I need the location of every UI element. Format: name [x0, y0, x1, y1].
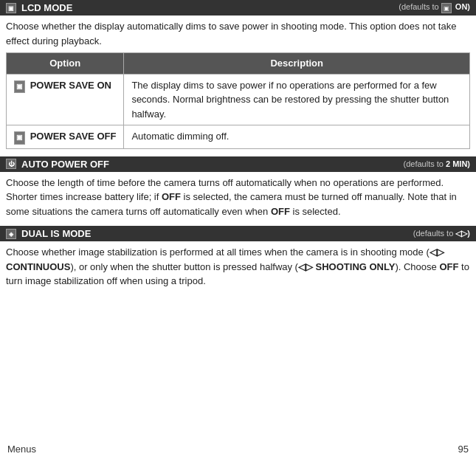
- auto-power-off-header: ⏻ AUTO POWER OFF (defaults to 2 MIN): [0, 156, 476, 172]
- lcd-mode-default-value: ON): [455, 2, 470, 11]
- option-power-save-off: ▣ POWER SAVE OFF: [7, 125, 124, 149]
- lcd-mode-intro: Choose whether the display automatically…: [6, 19, 470, 48]
- power-save-on-desc: The display dims to save power if no ope…: [124, 74, 470, 125]
- lcd-mode-icon: ▣: [6, 3, 16, 13]
- power-save-on-label: POWER SAVE ON: [30, 80, 111, 91]
- auto-power-off-title: ⏻ AUTO POWER OFF: [6, 159, 109, 170]
- dual-is-mode-section: ◈ DUAL IS MODE (defaults to ◁▷) Choose w…: [0, 226, 476, 294]
- dual-is-icon: ◈: [6, 229, 16, 239]
- shooting-only-icon-label: ◁▷ SHOOTING ONLY: [298, 261, 395, 272]
- dual-is-mode-header: ◈ DUAL IS MODE (defaults to ◁▷): [0, 226, 476, 241]
- table-header-option: Option: [7, 53, 124, 75]
- power-save-off-icon: ▣: [14, 131, 25, 145]
- lcd-on-icon: ▣: [441, 3, 452, 13]
- auto-power-off-defaults: (defaults to 2 MIN): [404, 159, 470, 168]
- lcd-mode-header: ▣ LCD MODE (defaults to ▣ ON): [0, 0, 476, 15]
- off-bold-2: OFF: [271, 206, 290, 217]
- auto-power-off-default-value: 2 MIN): [446, 159, 470, 168]
- auto-power-off-title-text: AUTO POWER OFF: [21, 159, 109, 170]
- lcd-mode-defaults: (defaults to ▣ ON): [399, 2, 470, 13]
- dual-is-mode-title: ◈ DUAL IS MODE: [6, 228, 91, 239]
- dual-is-default-value: ◁▷): [455, 229, 470, 238]
- option-power-save-on: ▣ POWER SAVE ON: [7, 74, 124, 125]
- footer-menus-label: Menus: [7, 444, 36, 455]
- dual-is-mode-body: Choose whether image stabilization is pe…: [0, 241, 476, 294]
- table-row: ▣ POWER SAVE OFF Automatic dimming off.: [7, 125, 470, 149]
- auto-power-off-body: Choose the length of time before the cam…: [0, 172, 476, 225]
- table-row: ▣ POWER SAVE ON The display dims to save…: [7, 74, 470, 125]
- dual-is-mode-text: Choose whether image stabilization is pe…: [6, 245, 470, 289]
- auto-power-off-text: Choose the length of time before the cam…: [6, 176, 470, 219]
- power-save-off-label: POWER SAVE OFF: [30, 131, 117, 142]
- auto-power-off-section: ⏻ AUTO POWER OFF (defaults to 2 MIN) Cho…: [0, 156, 476, 225]
- power-save-on-icon: ▣: [14, 80, 25, 94]
- table-header-description: Description: [124, 53, 470, 75]
- lcd-mode-table: Option Description ▣ POWER SAVE ON The d…: [6, 52, 470, 149]
- page-footer: Menus 95: [0, 444, 476, 455]
- auto-power-icon: ⏻: [6, 159, 16, 169]
- lcd-mode-section: ▣ LCD MODE (defaults to ▣ ON) Choose whe…: [0, 0, 476, 155]
- dual-is-mode-defaults: (defaults to ◁▷): [413, 229, 470, 238]
- off-bold-1: OFF: [162, 191, 181, 202]
- lcd-mode-title-text: LCD MODE: [21, 2, 72, 13]
- off-bold-3: OFF: [439, 261, 458, 272]
- lcd-mode-title: ▣ LCD MODE: [6, 2, 72, 13]
- lcd-mode-body: Choose whether the display automatically…: [0, 15, 476, 155]
- footer-page-number: 95: [458, 444, 469, 455]
- dual-is-mode-title-text: DUAL IS MODE: [21, 228, 91, 239]
- power-save-off-desc: Automatic dimming off.: [124, 125, 470, 149]
